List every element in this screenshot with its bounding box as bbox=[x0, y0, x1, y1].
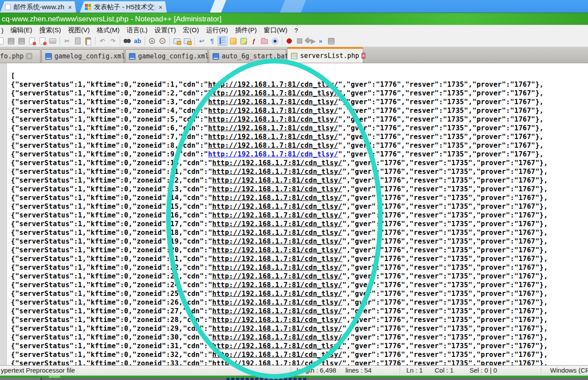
macro-play-icon[interactable]: �▶ bbox=[305, 36, 315, 46]
code-line: {"serverStatus":1,"kftime":0,"zoneid":29… bbox=[11, 324, 548, 333]
cdn-url-link[interactable]: http://192.168.1.7:81/cdn_tlsy/ bbox=[212, 194, 342, 202]
tab-auto-6g-start-bat[interactable]: auto_6g_start.bat × bbox=[209, 49, 286, 63]
close-icon[interactable]: × bbox=[362, 53, 365, 59]
close-icon[interactable]: × bbox=[26, 53, 32, 59]
sync-vertical-icon[interactable] bbox=[172, 36, 182, 46]
browser-tab-mail[interactable]: 邮件系统-www.zhen.ne × bbox=[0, 1, 76, 13]
cdn-url-link[interactable]: http://192.168.1.7:81/cdn_tlsy/ bbox=[212, 168, 342, 176]
tab-gamelog-config-1[interactable]: gamelog_config.xml × bbox=[41, 49, 124, 63]
cdn-url-link[interactable]: http://192.168.1.7:81/cdn_tlsy/ bbox=[208, 142, 338, 149]
find-icon[interactable] bbox=[122, 36, 132, 46]
function-completion-icon[interactable]: ƒ bbox=[249, 36, 259, 46]
cdn-url-link[interactable]: http://192.168.1.7:81/cdn_tlsy/ bbox=[212, 220, 342, 228]
undo-icon[interactable]: ↶ bbox=[98, 36, 107, 46]
print-icon[interactable] bbox=[48, 36, 57, 46]
cdn-url-link[interactable]: http://192.168.1.7:81/cdn_tlsy/ bbox=[208, 98, 338, 106]
editor-area[interactable]: [{"serverStatus":1,"kftime":0,"zoneid":1… bbox=[0, 63, 588, 365]
cdn-url-link[interactable]: http://192.168.1.7:81/cdn_tlsy/ bbox=[212, 203, 342, 210]
colored-grid-favicon-icon bbox=[85, 4, 91, 10]
zoom-out-icon[interactable]: − bbox=[158, 36, 167, 46]
menu-plugins[interactable]: 插件(P) bbox=[232, 26, 260, 34]
cdn-url-link[interactable]: http://192.168.1.7:81/cdn_tlsy/ bbox=[212, 307, 342, 315]
menu-macro[interactable]: 宏(O) bbox=[179, 26, 203, 34]
macro-stop-icon[interactable] bbox=[295, 36, 304, 46]
cdn-url-link[interactable]: http://192.168.1.7:81/cdn_tlsy/ bbox=[208, 133, 338, 141]
menu-file-clipped[interactable]: ) bbox=[0, 27, 7, 34]
menu-view[interactable]: 视图(V) bbox=[64, 26, 93, 34]
cdn-url-link[interactable]: http://192.168.1.7:81/cdn_tlsy/ bbox=[208, 115, 338, 123]
cdn-url-link[interactable]: http://192.168.1.7:81/cdn_tlsy/ bbox=[212, 290, 342, 298]
cut-icon[interactable]: ✂ bbox=[62, 36, 72, 46]
menu-window[interactable]: 窗口(W) bbox=[260, 26, 291, 34]
cdn-url-link[interactable]: http://192.168.1.7:81/cdn_tlsy/ bbox=[212, 360, 342, 365]
close-icon[interactable]: × bbox=[159, 3, 162, 11]
sync-horizontal-icon[interactable] bbox=[182, 36, 192, 46]
cdn-url-link[interactable]: http://192.168.1.7:81/cdn_tlsy/ bbox=[208, 124, 338, 132]
cdn-url-link[interactable]: http://192.168.1.7:81/cdn_tlsy/ bbox=[212, 351, 342, 359]
cdn-url-link[interactable]: http://192.168.1.7:81/cdn_tlsy/ bbox=[208, 89, 338, 97]
cdn-url-link[interactable]: http://192.168.1.7:81/cdn_tlsy/ bbox=[212, 255, 342, 263]
cdn-url-link[interactable]: http://192.168.1.7:81/cdn_tlsy/ bbox=[212, 299, 342, 306]
document-tab-bar: binfo.php × gamelog_config.xml × gamelog… bbox=[0, 47, 588, 63]
cdn-url-link[interactable]: http://192.168.1.7:81/cdn_tlsy/ bbox=[212, 211, 342, 219]
code-line: {"serverStatus":1,"kftime":0,"zoneid":11… bbox=[11, 167, 548, 176]
cdn-url-link[interactable]: http://192.168.1.7:81/cdn_tlsy/ bbox=[212, 316, 342, 324]
cdn-url-link[interactable]: http://192.168.1.7:81/cdn_tlsy/ bbox=[212, 185, 342, 193]
document-monitor-eye-icon[interactable] bbox=[270, 36, 280, 46]
folder-workspace-icon[interactable] bbox=[260, 36, 269, 46]
code-line: {"serverStatus":1,"kftime":0,"zoneid":17… bbox=[11, 220, 548, 228]
cdn-url-link[interactable]: http://192.168.1.7:81/cdn_tlsy/ bbox=[212, 281, 342, 289]
cdn-url-link[interactable]: http://192.168.1.7:81/cdn_tlsy/ bbox=[212, 238, 342, 245]
macro-record-icon[interactable] bbox=[284, 36, 294, 46]
cdn-url-link[interactable]: http://192.168.1.7:81/cdn_tlsy/ bbox=[208, 150, 338, 158]
function-list-icon[interactable] bbox=[228, 36, 238, 46]
cdn-url-link[interactable]: http://192.168.1.7:81/cdn_tlsy/ bbox=[212, 333, 342, 341]
close-icon[interactable]: × bbox=[68, 3, 72, 11]
cdn-url-link[interactable]: http://192.168.1.7:81/cdn_tlsy/ bbox=[212, 229, 342, 237]
menu-settings[interactable]: 设置(T) bbox=[151, 26, 179, 34]
macro-run-multiple-icon[interactable]: » bbox=[316, 36, 325, 46]
paste-icon[interactable] bbox=[83, 36, 93, 46]
toolbar-separator bbox=[60, 37, 60, 45]
code-line: {"serverStatus":1,"kftime":0,"zoneid":8,… bbox=[11, 141, 548, 150]
status-length: length : 6,498 bbox=[297, 366, 336, 374]
tab-binfo-php[interactable]: binfo.php × bbox=[0, 49, 41, 63]
cdn-url-link[interactable]: http://192.168.1.7:81/cdn_tlsy/ bbox=[212, 342, 342, 350]
window-titlebar[interactable]: cq-www.zhen.net\www\serversList.php - No… bbox=[0, 13, 588, 25]
menu-help[interactable]: ? bbox=[291, 27, 301, 34]
macro-save-icon[interactable] bbox=[326, 36, 336, 46]
cdn-url-link[interactable]: http://192.168.1.7:81/cdn_tlsy/ bbox=[212, 159, 342, 167]
browser-tab-forum[interactable]: 发表帖子 - H5技术交流 × bbox=[80, 1, 167, 13]
tab-serverslist-php-active[interactable]: serversList.php × bbox=[287, 47, 363, 63]
save-all-icon[interactable] bbox=[17, 36, 26, 46]
menu-format[interactable]: 格式(M) bbox=[93, 26, 123, 34]
replace-icon[interactable]: ab bbox=[133, 36, 142, 46]
word-wrap-icon[interactable]: ↩ bbox=[197, 36, 206, 46]
cdn-url-link[interactable]: http://192.168.1.7:81/cdn_tlsy/ bbox=[212, 272, 342, 280]
menu-run[interactable]: 运行(R) bbox=[203, 26, 232, 34]
menu-search[interactable]: 搜索(S) bbox=[36, 26, 64, 34]
indent-guide-icon[interactable] bbox=[218, 36, 227, 46]
cdn-url-link[interactable]: http://192.168.1.7:81/cdn_tlsy/ bbox=[212, 176, 342, 184]
new-file-icon[interactable] bbox=[0, 36, 5, 46]
show-all-chars-icon[interactable]: ¶ bbox=[207, 36, 217, 46]
cdn-url-link[interactable]: http://192.168.1.7:81/cdn_tlsy/ bbox=[212, 246, 342, 254]
document-map-icon[interactable] bbox=[239, 36, 248, 46]
menu-edit[interactable]: 编辑(E) bbox=[7, 26, 36, 34]
close-all-icon[interactable] bbox=[37, 36, 47, 46]
copy-icon[interactable] bbox=[73, 36, 82, 46]
saved-file-icon bbox=[291, 53, 297, 59]
cdn-url-link[interactable]: http://192.168.1.7:81/cdn_tlsy/ bbox=[212, 325, 342, 332]
cdn-url-link[interactable]: http://192.168.1.7:81/cdn_tlsy/ bbox=[208, 107, 338, 115]
tab-label: auto_6g_start.bat bbox=[222, 52, 289, 60]
code-line: {"serverStatus":1,"kftime":0,"zoneid":23… bbox=[11, 272, 548, 281]
save-icon[interactable] bbox=[6, 36, 16, 46]
code-line: {"serverStatus":1,"kftime":0,"zoneid":1,… bbox=[11, 80, 548, 89]
zoom-in-icon[interactable]: + bbox=[147, 36, 157, 46]
menu-language[interactable]: 语言(L) bbox=[123, 26, 151, 34]
cdn-url-link[interactable]: http://192.168.1.7:81/cdn_tlsy/ bbox=[208, 81, 338, 88]
cdn-url-link[interactable]: http://192.168.1.7:81/cdn_tlsy/ bbox=[212, 264, 342, 271]
redo-icon[interactable]: ↷ bbox=[108, 36, 118, 46]
close-file-icon[interactable] bbox=[27, 36, 37, 46]
tab-gamelog-config-2[interactable]: gamelog_config.xml × bbox=[125, 49, 208, 63]
